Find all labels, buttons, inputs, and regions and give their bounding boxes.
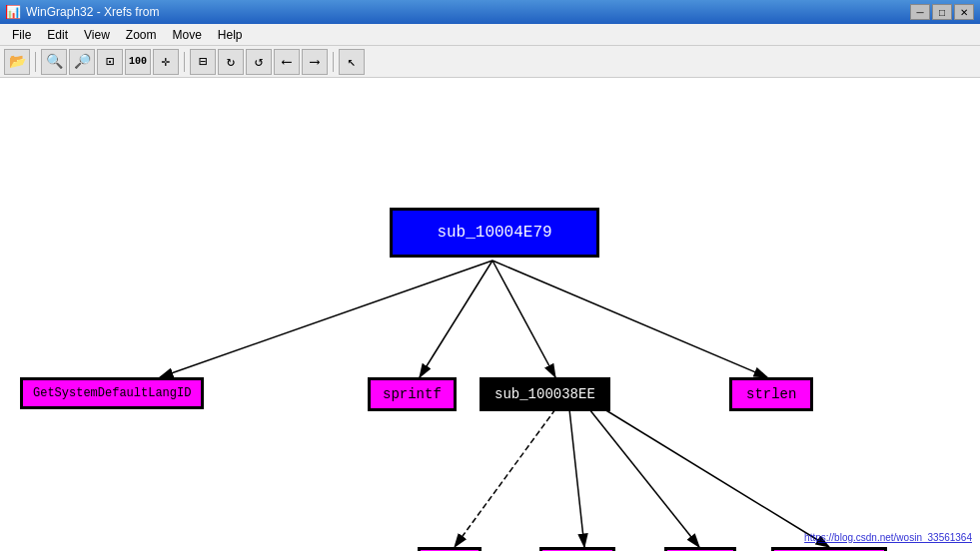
menu-bar: File Edit View Zoom Move Help bbox=[0, 24, 980, 46]
node-sub38-label: sub_100038EE bbox=[494, 386, 595, 402]
layout4-button[interactable]: ⟵ bbox=[274, 49, 300, 75]
svg-line-8 bbox=[604, 409, 829, 547]
node-sprintf[interactable]: sprintf bbox=[368, 377, 457, 411]
menu-move[interactable]: Move bbox=[165, 26, 210, 44]
node-root[interactable]: sub_10004E79 bbox=[390, 208, 599, 258]
separator-3 bbox=[333, 52, 334, 72]
node-root-label: sub_10004E79 bbox=[437, 224, 551, 242]
separator-1 bbox=[35, 52, 36, 72]
node-send[interactable]: send bbox=[418, 547, 482, 551]
svg-line-4 bbox=[492, 261, 767, 377]
arrows-svg bbox=[0, 78, 980, 551]
close-button[interactable]: ✕ bbox=[954, 4, 974, 20]
toolbar: 📂 🔍 🔎 ⊡ 100 ✛ ⊟ ↻ ↺ ⟵ ⟶ ↖ bbox=[0, 46, 980, 78]
app-icon: 📊 bbox=[6, 5, 20, 19]
node-malloc[interactable]: malloc bbox=[539, 547, 615, 551]
title-bar-left: 📊 WinGraph32 - Xrefs from bbox=[6, 5, 159, 19]
zoom-in-button[interactable]: 🔍 bbox=[41, 49, 67, 75]
node-getsystemdefaultlangid[interactable]: GetSystemDefaultLangID bbox=[20, 377, 204, 409]
canvas-area: sub_10004E79 GetSystemDefaultLangID spri… bbox=[0, 78, 980, 551]
separator-2 bbox=[184, 52, 185, 72]
svg-line-6 bbox=[569, 409, 584, 547]
menu-edit[interactable]: Edit bbox=[39, 26, 76, 44]
node-sprintf-label: sprintf bbox=[383, 386, 442, 402]
maximize-button[interactable]: □ bbox=[932, 4, 952, 20]
node-strlen[interactable]: strlen bbox=[729, 377, 813, 411]
zoom-fit-button[interactable]: ⊡ bbox=[97, 49, 123, 75]
menu-zoom[interactable]: Zoom bbox=[118, 26, 165, 44]
layout1-button[interactable]: ⊟ bbox=[190, 49, 216, 75]
open-button[interactable]: 📂 bbox=[4, 49, 30, 75]
svg-line-7 bbox=[589, 409, 699, 547]
svg-line-1 bbox=[160, 261, 492, 377]
svg-line-2 bbox=[420, 261, 492, 377]
node-free[interactable]: free bbox=[664, 547, 736, 551]
svg-line-5 bbox=[455, 409, 555, 547]
title-bar-controls[interactable]: ─ □ ✕ bbox=[910, 4, 974, 20]
cursor-button[interactable]: ↖ bbox=[339, 49, 365, 75]
zoom-out-button[interactable]: 🔎 bbox=[69, 49, 95, 75]
layout2-button[interactable]: ↻ bbox=[218, 49, 244, 75]
crosshair-button[interactable]: ✛ bbox=[153, 49, 179, 75]
menu-view[interactable]: View bbox=[76, 26, 118, 44]
watermark: https://blog.csdn.net/wosin_33561364 bbox=[804, 532, 972, 543]
layout5-button[interactable]: ⟶ bbox=[302, 49, 328, 75]
layout3-button[interactable]: ↺ bbox=[246, 49, 272, 75]
minimize-button[interactable]: ─ bbox=[910, 4, 930, 20]
node-getsystem-label: GetSystemDefaultLangID bbox=[33, 386, 191, 400]
node-sub100038ee[interactable]: sub_100038EE bbox=[480, 377, 610, 411]
title-bar-text: WinGraph32 - Xrefs from bbox=[26, 5, 159, 19]
svg-line-3 bbox=[492, 261, 555, 377]
node-imp-strlen[interactable]: __imp_strlen bbox=[771, 547, 887, 551]
menu-file[interactable]: File bbox=[4, 26, 39, 44]
watermark-text: https://blog.csdn.net/wosin_33561364 bbox=[804, 532, 972, 543]
node-strlen-label: strlen bbox=[746, 386, 796, 402]
zoom-100-button[interactable]: 100 bbox=[125, 49, 151, 75]
title-bar: 📊 WinGraph32 - Xrefs from ─ □ ✕ bbox=[0, 0, 980, 24]
menu-help[interactable]: Help bbox=[210, 26, 251, 44]
